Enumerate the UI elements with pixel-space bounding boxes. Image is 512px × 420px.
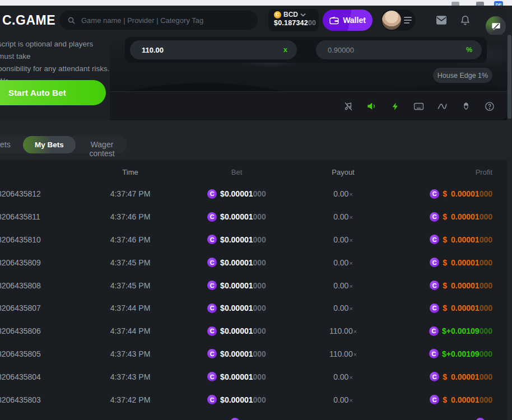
profit-cell: C$0.00001000: [406, 189, 507, 199]
profit-cell: C$0.00001000: [406, 304, 507, 313]
scrollbar[interactable]: [507, 6, 512, 420]
house-edge-badge[interactable]: House Edge 1%: [433, 68, 492, 83]
payout-multiplier-field: x: [130, 40, 297, 59]
profit-cell: C$+0.00109000: [406, 326, 507, 336]
percent-suffix: %: [466, 46, 472, 54]
browser-extension-de-badge[interactable]: DE: [494, 1, 503, 6]
bcd-coin-icon: C: [430, 281, 439, 290]
browser-extension-icon[interactable]: [452, 2, 459, 6]
multiplier-suffix: ×: [349, 214, 352, 221]
turbo-button[interactable]: [390, 101, 401, 111]
header-profit: Profit: [406, 168, 507, 176]
payout-cell: 0.00×: [280, 235, 406, 244]
win-chance-field: %: [316, 40, 482, 59]
payout-cell: 0.00×: [280, 304, 406, 312]
hotkeys-button[interactable]: [413, 101, 424, 111]
bets-section: ets My Bets Wager contest Time Bet Payou…: [0, 120, 512, 420]
site-logo[interactable]: C.GAME: [2, 13, 55, 28]
bet-time: 4:37:44 PM: [67, 326, 193, 335]
table-row[interactable]: 8206435809 4:37:45 PM C$0.00001000 0.00×…: [0, 251, 507, 274]
bet-amount-cell: C$0.00001000: [193, 235, 280, 244]
table-row[interactable]: 8206435804 4:37:43 PM C$0.00001000 0.00×…: [0, 365, 507, 388]
bet-id: 8206435806: [0, 326, 67, 335]
notifications-button[interactable]: [460, 6, 471, 35]
game-card: script is optional and players must take…: [0, 35, 507, 120]
chat-icon: [491, 21, 501, 32]
wallet-balance: $0.18734200: [274, 19, 319, 27]
bet-amount-cell: C$0.00001000: [193, 326, 280, 336]
profile-menu[interactable]: [381, 10, 416, 31]
table-row[interactable]: 8206435807 4:37:44 PM C$0.00001000 0.00×…: [0, 297, 507, 320]
currency-code: BCD: [283, 11, 298, 18]
top-navbar: C.GAME C BCD $0.18734200 Wallet: [0, 6, 512, 35]
profit-cell: C$0.00001000: [406, 395, 507, 404]
bet-id: 8206435807: [0, 304, 67, 312]
game-area: x % House Edge 1%: [110, 35, 507, 120]
win-chance-input[interactable]: [316, 46, 482, 54]
bet-id: 8206435803: [0, 395, 67, 404]
tab-my-bets[interactable]: My Bets: [23, 136, 76, 153]
start-auto-bet-button[interactable]: Start Auto Bet: [0, 80, 106, 105]
table-row[interactable]: 8206435808 4:37:45 PM C$0.00001000 0.00×…: [0, 274, 507, 297]
profit-cell: C$0.00001000: [406, 235, 507, 244]
bcd-coin-icon: C: [207, 189, 217, 199]
live-stats-button[interactable]: [437, 101, 448, 111]
multiplier-suffix: ×: [349, 237, 352, 244]
help-button[interactable]: [484, 101, 495, 111]
multiplier-suffix: ×: [349, 374, 352, 381]
table-row[interactable]: 8206435806 4:37:44 PM C$0.00001000 110.0…: [0, 320, 507, 343]
bet-amount-cell: C$0.00001000: [193, 395, 280, 404]
multiplier-suffix: ×: [353, 328, 357, 335]
sound-on-button[interactable]: [366, 101, 377, 111]
messages-button[interactable]: [435, 6, 448, 35]
table-row[interactable]: 8206435810 4:37:46 PM C$0.00001000 0.00×…: [0, 228, 507, 251]
music-off-button[interactable]: [343, 101, 353, 111]
trend-wave-icon: [437, 102, 448, 111]
payout-multiplier-input[interactable]: [130, 46, 297, 54]
table-row[interactable]: C C: [0, 411, 507, 420]
bcd-coin-icon: C: [430, 304, 439, 313]
table-header: Time Bet Payout Profit: [0, 168, 507, 176]
header-payout: Payout: [280, 168, 406, 176]
game-search-bar[interactable]: [59, 11, 258, 30]
bet-time: 4:37:45 PM: [67, 281, 193, 290]
bcd-coin-icon: C: [476, 418, 485, 420]
multiplier-x-suffix: x: [283, 46, 287, 54]
payout-cell: 110.00×: [280, 326, 406, 335]
profit-cell: C$0.00001000: [406, 212, 507, 222]
table-row[interactable]: 8206435811 4:37:46 PM C$0.00001000 0.00×…: [0, 206, 507, 228]
seeds-button[interactable]: [460, 101, 471, 111]
lightning-icon: [391, 101, 400, 111]
table-row[interactable]: 8206435803 4:37:42 PM C$0.00001000 0.00×…: [0, 388, 507, 411]
bcd-coin-icon: C: [430, 189, 439, 199]
browser-extension-icon[interactable]: [476, 2, 484, 6]
tab-wager-contest[interactable]: Wager contest: [78, 140, 126, 158]
bet-time: 4:37:47 PM: [67, 189, 193, 198]
profit-cell: C$0.00001000: [406, 281, 507, 290]
header-bet: Bet: [193, 168, 280, 176]
table-row[interactable]: 8206435812 4:37:47 PM C$0.00001000 0.00×…: [0, 183, 507, 206]
bcd-coin-icon: C: [207, 212, 217, 222]
scrollbar-thumb[interactable]: [508, 35, 511, 119]
chat-button[interactable]: [486, 16, 506, 36]
bet-time: 4:37:44 PM: [67, 304, 193, 312]
search-input[interactable]: [80, 16, 250, 25]
bcd-coin-icon: C: [207, 395, 217, 404]
wallet-button[interactable]: Wallet: [323, 10, 373, 31]
acorn-icon: [462, 101, 471, 111]
payout-cell: 0.00×: [280, 189, 406, 198]
bet-amount-cell: C$0.00001000: [193, 372, 280, 381]
game-toolbar: [110, 92, 507, 120]
bet-id: 8206435810: [0, 235, 67, 244]
payout-cell: 0.00×: [280, 258, 406, 267]
multiplier-suffix: ×: [349, 260, 352, 267]
table-row[interactable]: 8206435805 4:37:43 PM C$0.00001000 110.0…: [0, 343, 507, 366]
multiplier-suffix: ×: [349, 305, 352, 312]
bet-id: 8206435808: [0, 281, 67, 290]
user-avatar[interactable]: [382, 11, 401, 30]
browser-chrome-strip: DE: [0, 0, 512, 6]
tab-all-bets[interactable]: ets: [0, 140, 11, 149]
question-circle-icon: [485, 101, 495, 111]
chevron-down-icon: [300, 13, 306, 17]
currency-selector[interactable]: C BCD $0.18734200: [268, 9, 319, 31]
